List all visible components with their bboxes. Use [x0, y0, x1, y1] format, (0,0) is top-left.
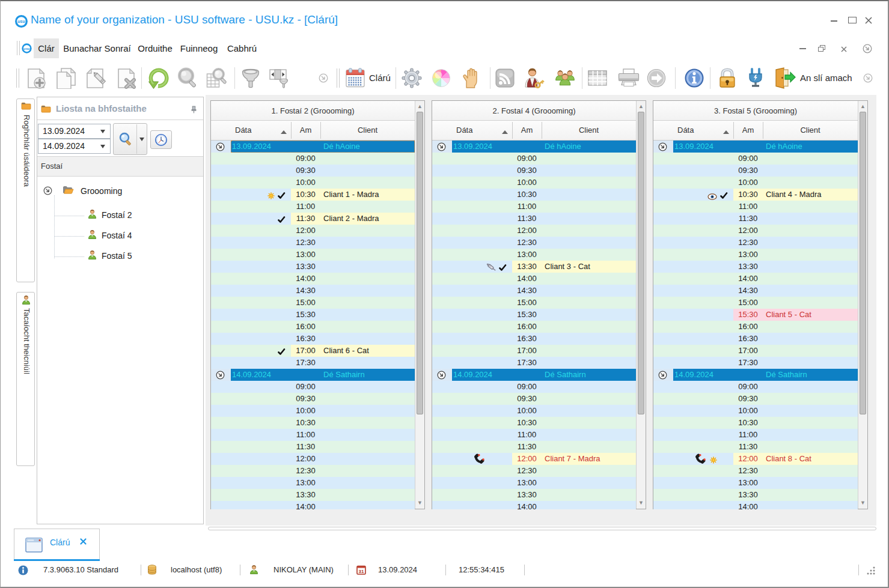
svg-text:usu: usu	[17, 19, 25, 24]
svg-text:usu: usu	[23, 47, 30, 50]
svg-text:31: 31	[359, 569, 364, 574]
